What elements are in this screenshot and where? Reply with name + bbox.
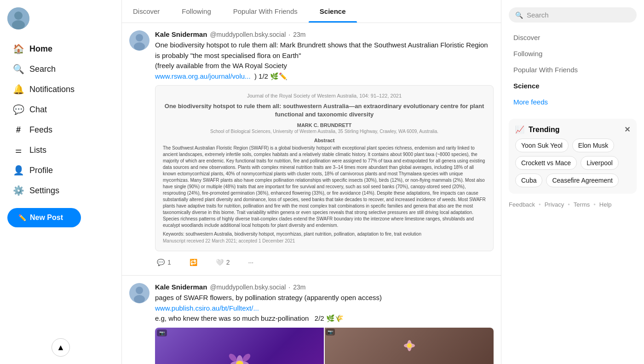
comment-icon: 💬 [157,259,165,266]
search-input[interactable] [527,11,630,19]
new-post-button[interactable]: ✏️ New Post [7,208,81,227]
nav-settings-label: Settings [29,186,59,196]
post-text: pages of SWAFR flowers, by pollination s… [155,293,494,324]
settings-icon: ⚙️ [13,185,24,196]
main-nav: 🏠 Home 🔍 Search 🔔 Notifications 💬 Chat #… [7,39,114,201]
trending-section: 📈 Trending ✕ Yoon Suk Yeol Elon Musk Cro… [509,119,637,194]
right-nav-more-feeds[interactable]: More feeds [509,94,637,110]
nav-search[interactable]: 🔍 Search [7,59,114,79]
svg-point-8 [134,295,145,303]
right-nav-following[interactable]: Following [509,46,637,61]
svg-point-5 [134,42,145,51]
nav-lists-label: Lists [29,145,46,155]
heart-icon: 🤍 [216,259,224,266]
feed-tabs: Discover Following Popular With Friends … [122,0,501,23]
scroll-up-button[interactable]: ▲ [52,338,70,357]
tab-science[interactable]: Science [309,0,357,23]
user-avatar[interactable] [7,7,29,29]
trending-header: 📈 Trending ✕ [515,125,630,134]
right-nav-science[interactable]: Science [509,78,637,93]
photo-label-2: 📷 [326,329,335,335]
trending-tag[interactable]: Liverpool [581,156,619,170]
footer-feedback-link[interactable]: Feedback [509,201,535,208]
post-item: Kale Sniderman @muddypollen.bsky.social … [122,276,501,364]
nav-search-label: Search [29,64,56,74]
post-link[interactable]: www.publish.csiro.au/bt/Fulltext/... [155,304,259,312]
nav-profile[interactable]: 👤 Profile [7,160,114,180]
nav-chat-label: Chat [29,105,47,115]
nav-notifications-label: Notifications [29,85,75,94]
post-body: Kale Sniderman @muddypollen.bsky.social … [155,30,494,268]
footer-dot-1: • [539,201,541,208]
feeds-icon: # [13,124,24,135]
trending-tag[interactable]: Crockett vs Mace [515,156,577,170]
footer-terms-link[interactable]: Terms [574,201,590,208]
post-time: 23m [293,283,305,291]
paper-abstract-label: Abstract [163,138,486,143]
tab-popular[interactable]: Popular With Friends [222,0,309,23]
trending-close-button[interactable]: ✕ [624,125,630,134]
repost-button[interactable]: 🔁 [188,257,199,268]
photo-cell-top-right: 📷 [325,328,494,364]
new-post-label: New Post [30,214,63,222]
nav-feeds-label: Feeds [29,125,52,135]
post-author: Kale Sniderman [155,283,207,291]
right-sidebar: 🔍 Discover Following Popular With Friend… [501,0,644,364]
paper-body: The Southwest Australian Floristic Regio… [163,145,486,229]
like-count: 2 [226,259,230,266]
nav-settings[interactable]: ⚙️ Settings [7,180,114,201]
post-avatar[interactable] [129,283,150,303]
svg-point-1 [14,12,23,20]
tab-discover[interactable]: Discover [122,0,171,23]
trending-tags: Yoon Suk Yeol Elon Musk Crockett vs Mace… [515,139,630,187]
nav-lists[interactable]: ⚌ Lists [7,140,114,160]
trending-icon: 📈 [515,126,524,133]
nav-chat[interactable]: 💬 Chat [7,99,114,120]
more-button[interactable]: ··· [247,257,256,268]
search-box: 🔍 [509,7,637,23]
post-time: 23m [293,31,305,38]
post-photo-grid: 📷 📷 [155,328,494,364]
svg-point-4 [136,34,143,41]
profile-icon: 👤 [13,165,24,176]
paper-keywords: Keywords: southwestern Australia, biodiv… [163,231,486,237]
tab-following[interactable]: Following [171,0,222,23]
svg-point-2 [12,20,25,29]
svg-point-16 [407,343,412,348]
more-icon: ··· [248,259,254,266]
post-author: Kale Sniderman [155,30,207,38]
right-nav-popular[interactable]: Popular With Friends [509,62,637,77]
post-separator: · [288,31,290,38]
trending-tag[interactable]: Elon Musk [572,139,614,152]
nav-home[interactable]: 🏠 Home [7,39,114,59]
right-nav-discover[interactable]: Discover [509,30,637,45]
paper-journal: Journal of the Royal Society of Western … [163,93,486,98]
trending-tag[interactable]: Ceasefire Agreement [546,173,619,187]
new-post-icon: ✏️ [18,214,26,221]
left-sidebar: 🏠 Home 🔍 Search 🔔 Notifications 💬 Chat #… [0,0,122,364]
nav-notifications[interactable]: 🔔 Notifications [7,79,114,99]
main-feed: Discover Following Popular With Friends … [122,0,501,364]
footer-help-link[interactable]: Help [599,201,612,208]
footer-links: Feedback • Privacy • Terms • Help [509,201,637,208]
lists-icon: ⚌ [13,144,24,156]
post-body: Kale Sniderman @muddypollen.bsky.social … [155,283,494,364]
trending-tag[interactable]: Cuba [515,173,542,187]
post-handle: @muddypollen.bsky.social [210,31,286,38]
post-link[interactable]: www.rswa.org.au/journal/volu... [155,72,251,80]
repost-icon: 🔁 [190,259,197,266]
like-button[interactable]: 🤍 2 [214,257,232,268]
footer-privacy-link[interactable]: Privacy [545,201,564,208]
nav-feeds[interactable]: # Feeds [7,120,114,140]
flower-illustration-1 [226,351,253,364]
footer-dot-2: • [568,201,570,208]
svg-point-7 [136,287,143,294]
trending-tag[interactable]: Yoon Suk Yeol [515,139,569,152]
right-nav: Discover Following Popular With Friends … [509,30,637,110]
post-paper-image: Journal of the Royal Society of Western … [155,85,494,251]
post-handle: @muddypollen.bsky.social [210,283,286,291]
post-avatar[interactable] [129,30,150,51]
flower-illustration-2 [400,336,419,355]
comment-button[interactable]: 💬 1 [155,257,173,268]
photo-label-1: 📷 [157,329,167,336]
